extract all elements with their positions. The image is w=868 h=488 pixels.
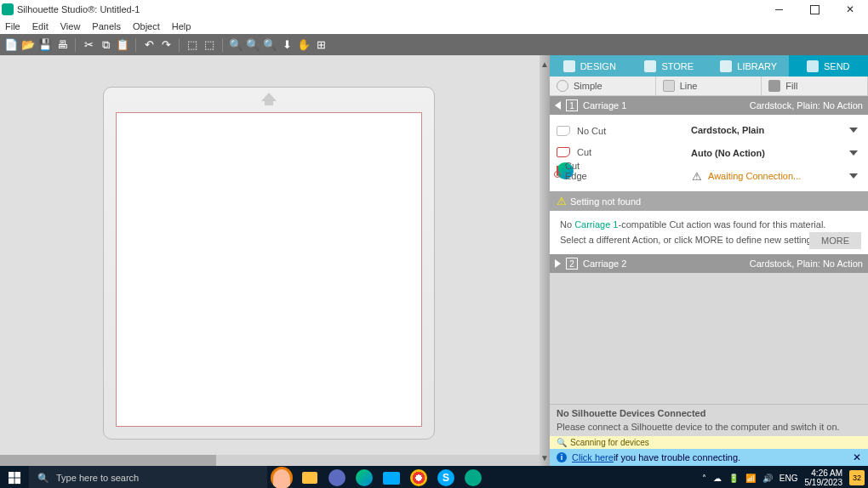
pinned-apps: S — [298, 466, 485, 488]
undo-icon[interactable]: ↶ — [141, 37, 157, 53]
toolbar: 📄 📂 💾 🖶 ✂ ⧉ 📋 ↶ ↷ ⬚ ⬚ 🔍 🔍 🔍 ⬇ ✋ ⊞ — [0, 34, 868, 55]
search-box[interactable]: 🔍 Type here to search — [29, 466, 267, 488]
carriage1-link[interactable]: Carriage 1 — [574, 219, 618, 230]
svg-rect-0 — [9, 472, 14, 478]
save-icon[interactable]: 💾 — [37, 37, 53, 53]
design-page[interactable] — [116, 112, 422, 427]
skype-icon[interactable]: S — [434, 466, 458, 488]
store-icon — [644, 60, 656, 72]
grid-icon — [563, 60, 575, 72]
clock[interactable]: 4:26 AM 5/19/2023 — [805, 468, 843, 487]
panel-gutter[interactable]: ▲ ▼ — [540, 55, 550, 466]
chrome-icon[interactable] — [407, 466, 431, 488]
mode-simple[interactable]: Simple — [550, 77, 656, 95]
lang-indicator[interactable]: ENG — [779, 474, 798, 483]
fit-icon[interactable]: ⬇ — [279, 37, 294, 53]
menu-view[interactable]: View — [60, 21, 81, 31]
connection-dropdown[interactable]: Awaiting Connection... — [688, 166, 861, 186]
onedrive-icon[interactable]: ☁ — [713, 474, 722, 483]
notification-badge[interactable]: 32 — [849, 470, 865, 485]
redo-icon[interactable]: ↷ — [158, 37, 174, 53]
zoom-in-icon[interactable]: 🔍 — [228, 37, 243, 53]
menu-edit[interactable]: Edit — [32, 21, 49, 31]
print-icon[interactable]: 🖶 — [54, 37, 70, 53]
search-icon: 🔍 — [37, 473, 49, 484]
minimize-button[interactable] — [761, 0, 797, 19]
side-panel: DESIGN STORE LIBRARY SEND Simple Line Fi… — [550, 55, 868, 466]
zoom-out-icon[interactable]: 🔍 — [245, 37, 260, 53]
sound-icon[interactable]: 🔊 — [762, 474, 773, 483]
page-setup-icon[interactable]: ⊞ — [313, 37, 328, 53]
menu-file[interactable]: File — [5, 21, 20, 31]
app-logo-icon — [2, 3, 14, 15]
menu-help[interactable]: Help — [172, 21, 191, 31]
warning-icon — [557, 195, 567, 207]
carriage2-status: Cardstock, Plain: No Action — [750, 258, 863, 269]
chevron-down-icon — [849, 128, 858, 133]
battery-icon[interactable]: 🔋 — [728, 474, 739, 483]
mail-icon[interactable] — [380, 466, 403, 488]
svg-rect-1 — [14, 472, 20, 478]
taskbar: 🔍 Type here to search S ˄ ☁ 🔋 📶 🔊 ENG 4:… — [0, 466, 868, 488]
canvas-area[interactable] — [0, 55, 540, 466]
system-tray: ˄ ☁ 🔋 📶 🔊 ENG 4:26 AM 5/19/2023 32 — [702, 468, 868, 487]
copy-icon[interactable]: ⧉ — [98, 37, 113, 53]
gutter-up-icon[interactable]: ▲ — [540, 55, 550, 72]
select-icon[interactable]: ⬚ — [185, 37, 200, 53]
silhouette-icon[interactable] — [461, 466, 485, 488]
tab-store[interactable]: STORE — [630, 55, 710, 77]
opt-no-cut[interactable]: No Cut — [557, 120, 684, 141]
close-button[interactable] — [832, 0, 868, 19]
open-icon[interactable]: 📂 — [20, 37, 36, 53]
start-button[interactable] — [0, 466, 29, 488]
opt-cut-edge[interactable]: Cut Edge — [557, 162, 574, 179]
carriage1-header[interactable]: 1 Carriage 1 Cardstock, Plain: No Action — [550, 96, 868, 115]
trouble-link[interactable]: Click here — [572, 452, 614, 462]
setting-message: No Carriage 1-compatible Cut action was … — [550, 211, 868, 254]
menubar: File Edit View Panels Object Help — [0, 19, 868, 34]
device-status: No Silhouette Devices Connected Please c… — [550, 404, 868, 436]
warning-icon — [691, 170, 703, 182]
mode-fill[interactable]: Fill — [762, 77, 868, 95]
maximize-button[interactable] — [797, 0, 832, 19]
menu-object[interactable]: Object — [133, 21, 160, 31]
carriage1-panel: No Cut Cut Cut Edge Cardstock, Plain Aut… — [550, 115, 868, 191]
more-button[interactable]: MORE — [809, 232, 861, 249]
explorer-icon[interactable] — [298, 466, 322, 488]
dismiss-icon[interactable]: ✕ — [853, 451, 861, 463]
circle-icon — [557, 80, 568, 92]
edge-icon[interactable] — [352, 466, 376, 488]
cut-edge-icon — [557, 166, 558, 176]
mode-tabs: Simple Line Fill — [550, 77, 868, 96]
svg-rect-3 — [14, 478, 20, 484]
new-icon[interactable]: 📄 — [3, 37, 19, 53]
tab-design[interactable]: DESIGN — [550, 55, 630, 77]
menu-panels[interactable]: Panels — [92, 21, 121, 31]
tab-send[interactable]: SEND — [789, 55, 869, 77]
trouble-bar: i Click here if you have trouble connect… — [550, 449, 868, 466]
carriage-number-1: 1 — [566, 99, 578, 111]
chevron-down-icon — [849, 150, 858, 156]
zoom-select-icon[interactable]: 🔍 — [262, 37, 277, 53]
collapse-icon — [555, 101, 561, 110]
wifi-icon[interactable]: 📶 — [745, 474, 756, 483]
material-dropdown[interactable]: Cardstock, Plain — [688, 120, 861, 140]
gutter-down-icon[interactable]: ▼ — [540, 449, 550, 466]
cortana-mascot-icon[interactable] — [271, 467, 293, 488]
tab-library[interactable]: LIBRARY — [709, 55, 789, 77]
chevron-down-icon — [849, 173, 858, 179]
tray-up-icon[interactable]: ˄ — [702, 474, 706, 483]
pan-icon[interactable]: ✋ — [296, 37, 311, 53]
deselect-icon[interactable]: ⬚ — [202, 37, 217, 53]
opt-cut[interactable]: Cut — [557, 141, 684, 162]
carriage2-header[interactable]: 2 Carriage 2 Cardstock, Plain: No Action — [550, 254, 868, 273]
send-icon — [807, 60, 819, 72]
paste-icon[interactable]: 📋 — [115, 37, 130, 53]
h-scrollbar[interactable] — [0, 455, 540, 466]
action-dropdown[interactable]: Auto (No Action) — [688, 143, 861, 163]
expand-icon — [555, 259, 561, 268]
cutting-mat — [103, 87, 435, 440]
cut-icon[interactable]: ✂ — [81, 37, 96, 53]
discord-icon[interactable] — [325, 466, 349, 488]
mode-line[interactable]: Line — [656, 77, 762, 95]
